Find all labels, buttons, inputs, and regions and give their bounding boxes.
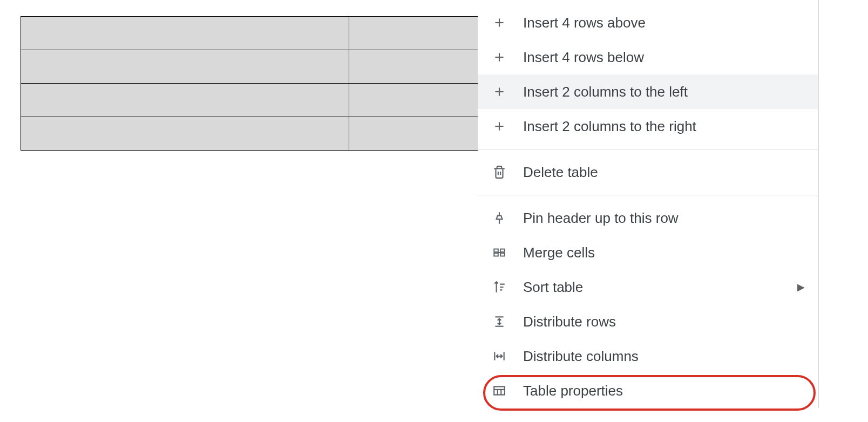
menu-divider bbox=[478, 195, 818, 195]
menu-table-properties[interactable]: Table properties bbox=[478, 373, 818, 408]
menu-insert-rows-below[interactable]: Insert 4 rows below bbox=[478, 40, 818, 74]
menu-pin-header[interactable]: Pin header up to this row bbox=[478, 201, 818, 235]
table-cell[interactable] bbox=[349, 17, 479, 50]
table-row[interactable] bbox=[21, 84, 479, 117]
menu-item-label: Sort table bbox=[523, 279, 797, 296]
plus-icon bbox=[491, 14, 508, 31]
menu-item-label: Insert 2 columns to the right bbox=[523, 118, 805, 135]
menu-distribute-rows[interactable]: Distribute rows bbox=[478, 304, 818, 339]
table-context-menu: Insert 4 rows above Insert 4 rows below … bbox=[478, 0, 819, 408]
table-row[interactable] bbox=[21, 117, 479, 151]
menu-item-label: Delete table bbox=[523, 164, 805, 181]
table-cell[interactable] bbox=[349, 84, 479, 117]
svg-rect-13 bbox=[500, 253, 505, 256]
table-cell[interactable] bbox=[349, 117, 479, 151]
table-cell[interactable] bbox=[21, 17, 349, 50]
menu-delete-table[interactable]: Delete table bbox=[478, 155, 818, 189]
menu-sort-table[interactable]: Sort table ▶ bbox=[478, 270, 818, 304]
chevron-right-icon: ▶ bbox=[797, 281, 805, 293]
distribute-rows-icon bbox=[491, 313, 508, 330]
plus-icon bbox=[491, 118, 508, 135]
menu-item-label: Table properties bbox=[523, 383, 805, 399]
menu-item-label: Insert 4 rows below bbox=[523, 49, 805, 66]
svg-rect-18 bbox=[494, 386, 505, 394]
svg-rect-11 bbox=[500, 249, 505, 252]
plus-icon bbox=[491, 49, 508, 66]
svg-rect-12 bbox=[494, 253, 498, 256]
svg-rect-10 bbox=[494, 249, 498, 252]
menu-insert-columns-left[interactable]: Insert 2 columns to the left bbox=[478, 74, 818, 109]
pin-icon bbox=[491, 209, 508, 227]
menu-divider bbox=[478, 149, 818, 149]
merge-icon bbox=[491, 244, 508, 261]
table-row[interactable] bbox=[21, 50, 479, 84]
menu-item-label: Distribute columns bbox=[523, 348, 805, 365]
menu-item-label: Distribute rows bbox=[523, 314, 805, 330]
table-cell[interactable] bbox=[21, 84, 349, 117]
menu-insert-columns-right[interactable]: Insert 2 columns to the right bbox=[478, 109, 818, 144]
menu-distribute-columns[interactable]: Distribute columns bbox=[478, 339, 818, 373]
menu-insert-rows-above[interactable]: Insert 4 rows above bbox=[478, 5, 818, 40]
menu-item-label: Merge cells bbox=[523, 244, 805, 261]
distribute-columns-icon bbox=[491, 348, 508, 365]
trash-icon bbox=[491, 164, 508, 181]
menu-item-label: Insert 4 rows above bbox=[523, 15, 805, 31]
table-row[interactable] bbox=[21, 17, 479, 50]
plus-icon bbox=[491, 83, 508, 100]
table-cell[interactable] bbox=[21, 50, 349, 84]
table-cell[interactable] bbox=[349, 50, 479, 84]
sort-icon bbox=[491, 278, 508, 296]
menu-merge-cells[interactable]: Merge cells bbox=[478, 235, 818, 270]
menu-item-label: Insert 2 columns to the left bbox=[523, 84, 805, 100]
selected-table[interactable] bbox=[21, 16, 479, 151]
table-properties-icon bbox=[491, 382, 508, 399]
menu-item-label: Pin header up to this row bbox=[523, 210, 805, 227]
table-cell[interactable] bbox=[21, 117, 349, 151]
